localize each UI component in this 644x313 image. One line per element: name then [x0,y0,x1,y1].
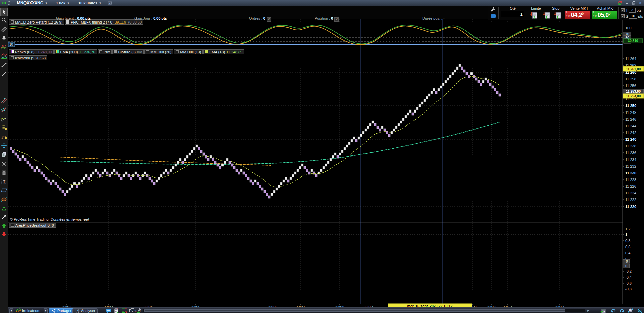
vertical-line-tool-icon[interactable] [1,89,7,95]
indicateurs-dropdown[interactable]: ▾ [44,308,48,313]
keyboard-icon[interactable] [491,13,496,19]
scrollbar-thumb[interactable] [144,309,565,312]
ruler-tool-icon[interactable] [1,26,7,32]
legend-mmhull13[interactable]: MM Hull (13) [174,49,203,54]
stop-order-ticket2-icon[interactable] [554,12,561,19]
legend-renko[interactable]: Renko (0.8)11 248,00 [9,49,54,54]
buy-market-button[interactable]: ⚑ 11105,00 [592,11,617,19]
close-position-icon[interactable]: ✕ [334,17,339,22]
chat-icon[interactable] [106,308,111,313]
bell-tool-icon[interactable] [1,35,7,41]
wrench-green-icon[interactable] [136,308,142,313]
horizontal-line-tool-icon[interactable] [1,80,7,86]
segment-tool-icon[interactable] [1,62,7,68]
legend-ema13[interactable]: EMA (13)11 248,89 [203,49,244,54]
renko-swatch [11,50,14,53]
stoploss-pts-input[interactable]: 10 [629,14,637,19]
duree-pos-value: - [443,16,445,20]
limit-order-ticket-icon[interactable] [530,12,537,19]
windows-icon[interactable] [129,308,134,313]
move-tool-icon[interactable] [1,143,7,149]
ellipse-tool-icon[interactable] [1,196,7,203]
legend-ema200[interactable]: EMA (200)11 236,76 [54,49,97,54]
svg-text:0: 0 [625,264,627,268]
chart-footer: © ProRealTime Trading Données en temps r… [10,217,89,221]
price-axis[interactable]: 10070503030,81011 26411 26211 26011 2581… [623,19,644,304]
text-tool-icon[interactable]: T [1,178,7,184]
zoom-pan-icon[interactable] [628,308,633,313]
svg-text:0,6: 0,6 [625,245,630,249]
qty-input[interactable] [501,11,524,17]
qty-label: Qté [501,6,525,10]
arrow-tool-icon[interactable] [1,214,7,220]
pitchfork-alt-tool-icon[interactable] [1,107,7,113]
legend-cloture[interactable]: Clôture (J)n/d [112,49,144,54]
legend-ichimoku[interactable]: Ichimoku (9 26 52) [9,55,47,60]
fibonacci-arc-tool-icon[interactable]: F [1,134,7,140]
partager-button[interactable]: Partager [49,308,74,313]
info-icon[interactable]: i [107,1,112,5]
stoploss-checkbox[interactable]: ✓ [621,14,625,18]
close-button[interactable]: ✕ [638,1,643,5]
instrument-selector[interactable]: MNQXXXXNG▼ [14,1,50,5]
macd-checkbox[interactable] [11,20,14,24]
indicateurs-button[interactable]: Indicateurs [22,308,40,313]
undo-icon[interactable] [611,308,616,313]
ema13-value: 11 248,89 [226,50,242,54]
triangle-tool-icon[interactable] [1,205,7,211]
fibonacci-tool-icon[interactable]: F [1,125,7,131]
cancel-orders-icon[interactable]: ✕ [267,17,271,22]
calendar-green-icon[interactable] [600,308,606,313]
news-icon[interactable] [114,308,119,313]
chart-list-dropdown[interactable]: ▾ [9,308,13,313]
legend-mmhull20[interactable]: MM Hull (20) [144,49,173,54]
pitchfork-tool-icon[interactable] [1,98,7,104]
svg-text:11 230: 11 230 [625,171,636,175]
redo-icon[interactable] [619,308,625,313]
mmhull13-checkbox[interactable] [176,50,179,53]
timeframe-selector[interactable]: 1 tick▼ [53,1,72,5]
pattern-zigzag-tool-icon[interactable] [1,44,7,50]
cursor-tool-icon[interactable] [0,8,8,16]
svg-text:100: 100 [625,26,631,30]
arrow-down-tool-icon[interactable] [1,231,7,237]
chart-canvas[interactable]: 1010070503030,81011 26411 26211 26011 25… [0,0,644,313]
minimize-button[interactable]: – [625,1,629,5]
mmhull20-checkbox[interactable] [146,50,149,53]
legend-ares-breakout[interactable]: AresPriceBreakout 0 -0 [9,223,56,228]
rectangle-tool-icon[interactable] [1,187,7,193]
analyser-button[interactable]: Analyser [72,308,98,313]
prix-checkbox[interactable] [99,50,102,53]
zoom-out-icon[interactable] [637,308,643,313]
svg-text:-0,2: -0,2 [625,269,632,273]
scroll-right-button[interactable]: ▶ [587,308,589,313]
restore-button[interactable] [631,1,636,5]
ichimoku-checkbox[interactable] [11,56,14,59]
svg-text:11 228: 11 228 [625,178,636,182]
duplicate-tool-icon[interactable] [1,151,7,158]
chart-scrollbar[interactable] [143,309,585,312]
legend-prix[interactable]: Prix [98,49,112,54]
magnifier-tool-icon[interactable] [1,17,7,23]
target-pts-input[interactable]: 3 [629,8,636,13]
settings-wrench-icon[interactable] [491,7,496,12]
title-bar: MNQXXXXNG▼ 1 tick▼ 10 k unités▼ i – ✕ [0,0,644,6]
trash-tool-icon[interactable] [1,170,7,176]
stop-order-ticket-icon[interactable] [543,12,550,19]
svg-text:11 224: 11 224 [625,191,636,195]
arrow-up-tool-icon[interactable] [1,223,7,229]
pattern-channel-tool-icon[interactable] [1,53,7,59]
link-icon[interactable] [7,1,11,5]
wave-line-tool-icon[interactable] [1,116,7,122]
mbfx-levels: 70 30 50 [127,20,142,24]
svg-text:11 248: 11 248 [625,110,636,115]
tools-tool-icon[interactable] [1,161,7,167]
trendline-tool-icon[interactable] [1,71,7,77]
ares-checkbox[interactable] [11,224,14,227]
sell-market-button[interactable]: ⚑ 11104,25 [565,11,590,19]
svg-text:11 234: 11 234 [625,158,636,162]
orders-icon[interactable] [121,308,127,313]
target-checkbox[interactable]: ✓ [621,8,625,12]
sync-icon[interactable] [617,0,623,6]
units-selector[interactable]: 10 k unités▼ [76,1,104,5]
